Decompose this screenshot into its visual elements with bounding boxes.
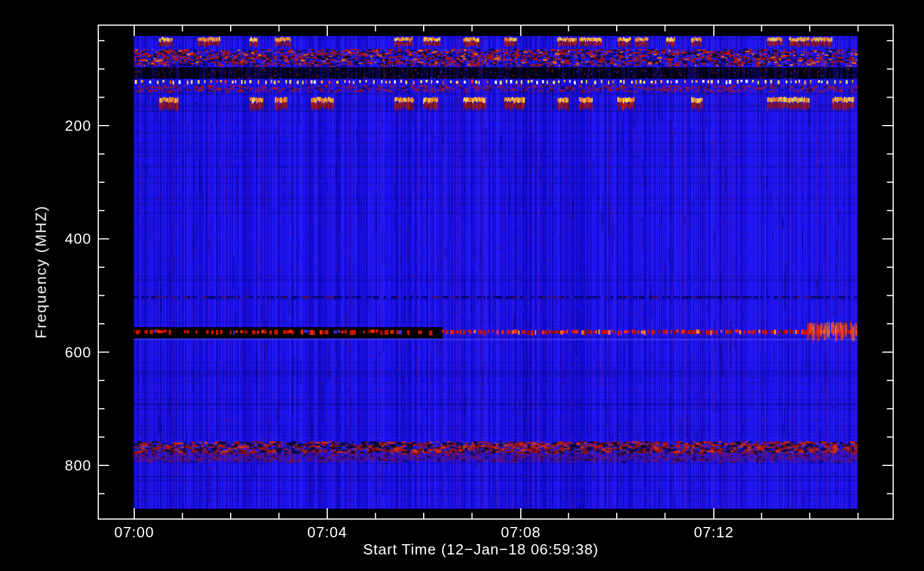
spectrogram-page: 2018/01/12 Radio flux density, e−CALLIST… <box>0 0 924 571</box>
spectrogram-canvas <box>0 0 924 571</box>
x-tick-label-0708: 07:08 <box>472 523 569 541</box>
x-tick-label-0712: 07:12 <box>665 523 762 541</box>
y-tick-label-600: 600 <box>23 343 91 361</box>
y-tick-label-200: 200 <box>23 116 91 135</box>
y-axis-title: Frequency (MHZ) <box>33 205 50 339</box>
x-tick-label-0700: 07:00 <box>86 523 183 541</box>
x-axis-title: Start Time (12−Jan−18 06:59:38) <box>91 540 870 558</box>
x-tick-label-0704: 07:04 <box>279 523 376 541</box>
y-tick-label-800: 800 <box>23 456 91 475</box>
